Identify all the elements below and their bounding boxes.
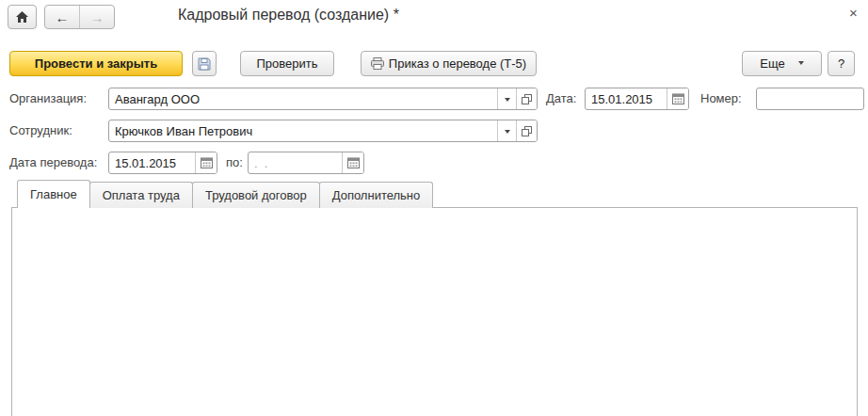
calendar-icon [201, 157, 213, 168]
transfer-date-to-label: по: [226, 152, 243, 174]
tab-panel [11, 207, 858, 416]
forward-button[interactable]: → [79, 6, 114, 28]
open-form-icon [522, 126, 532, 136]
history-nav-group: ← → [44, 5, 115, 29]
back-button[interactable]: ← [45, 6, 79, 28]
organization-dropdown-button[interactable] [497, 88, 516, 109]
check-button-label: Проверить [256, 56, 317, 71]
page-title: Кадровый перевод (создание) * [178, 7, 399, 24]
employee-dropdown-button[interactable] [497, 120, 516, 141]
doc-number-value [757, 88, 863, 109]
tab-bar: Главное Оплата труда Трудовой договор До… [17, 181, 432, 208]
more-button-label: Еще [760, 56, 784, 71]
post-and-close-label: Провести и закрыть [35, 56, 157, 71]
chevron-down-icon [798, 61, 804, 68]
employee-label: Сотрудник: [9, 120, 72, 142]
doc-number-field[interactable] [756, 88, 864, 110]
doc-number-label: Номер: [700, 88, 742, 110]
organization-open-button[interactable] [516, 88, 537, 109]
printer-icon [371, 57, 384, 70]
employee-field[interactable]: Крючков Иван Петрович [108, 120, 538, 142]
employee-open-button[interactable] [516, 120, 537, 141]
home-icon [15, 10, 29, 24]
home-button[interactable] [8, 5, 37, 29]
close-icon[interactable]: × [849, 6, 858, 20]
transfer-date-label: Дата перевода: [9, 152, 97, 174]
open-form-icon [522, 94, 532, 104]
check-button[interactable]: Проверить [240, 51, 334, 76]
transfer-date-calendar-button[interactable] [195, 152, 217, 173]
employee-value: Крючков Иван Петрович [109, 120, 497, 141]
calendar-icon [347, 157, 360, 168]
transfer-date-value: 15.01.2015 [109, 152, 195, 173]
transfer-order-button[interactable]: Приказ о переводе (Т-5) [361, 51, 537, 76]
doc-date-calendar-button[interactable] [667, 88, 688, 109]
tab-salary[interactable]: Оплата труда [89, 182, 193, 208]
transfer-date-to-value: . . [249, 152, 342, 173]
organization-label: Организация: [9, 88, 87, 110]
organization-value: Авангард ООО [109, 88, 497, 109]
tab-contract[interactable]: Трудовой договор [192, 182, 320, 208]
transfer-date-to-calendar-button[interactable] [342, 152, 363, 173]
help-icon: ? [838, 56, 844, 71]
doc-date-label: Дата: [546, 88, 576, 110]
transfer-date-to-field[interactable]: . . [248, 152, 364, 174]
transfer-order-label: Приказ о переводе (Т-5) [389, 56, 526, 71]
help-button[interactable]: ? [828, 51, 855, 76]
chevron-down-icon [505, 130, 510, 136]
chevron-down-icon [505, 98, 510, 104]
back-icon: ← [56, 9, 70, 25]
save-icon [198, 57, 211, 71]
doc-date-value: 15.01.2015 [586, 88, 667, 109]
organization-field[interactable]: Авангард ООО [108, 88, 538, 110]
doc-date-field[interactable]: 15.01.2015 [585, 88, 689, 110]
post-and-close-button[interactable]: Провести и закрыть [9, 51, 183, 76]
transfer-date-field[interactable]: 15.01.2015 [108, 152, 217, 174]
calendar-icon [672, 93, 684, 104]
more-button[interactable]: Еще [742, 51, 822, 76]
tab-main[interactable]: Главное [17, 180, 90, 208]
forward-icon: → [90, 9, 104, 25]
tab-additional[interactable]: Дополнительно [319, 182, 434, 208]
save-button[interactable] [192, 51, 217, 76]
personnel-transfer-window: ← → Кадровый перевод (создание) * × Пров… [0, 0, 868, 416]
